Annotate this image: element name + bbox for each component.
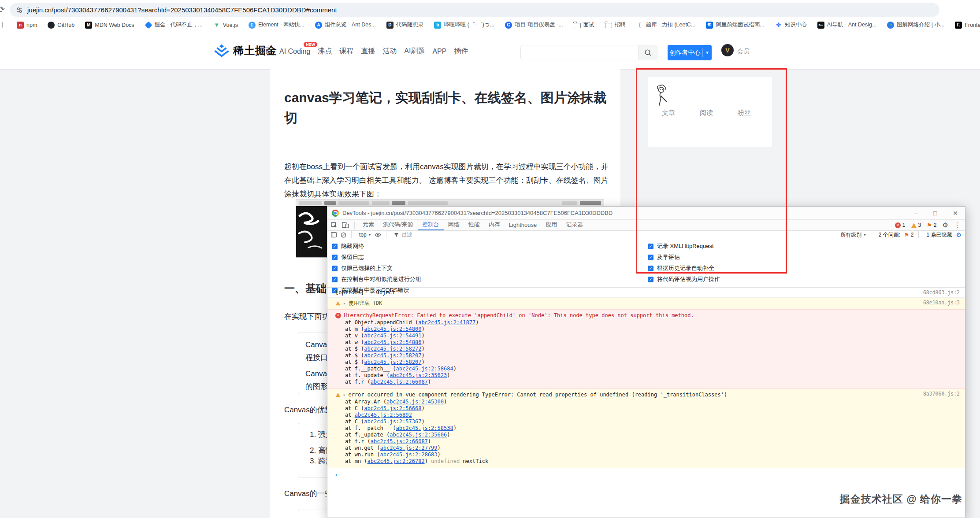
console-vue-warning-block[interactable]: ▸ error occurred in vue component render… [327, 389, 965, 468]
settings-checkbox[interactable]: ✓ 保留日志 [332, 253, 421, 261]
close-icon[interactable]: ✕ [953, 210, 958, 217]
source-link[interactable]: 8a37060.js:2 [923, 391, 960, 397]
source-link[interactable]: abc2c45.js:2:58207 [364, 352, 421, 359]
creator-center-button[interactable]: 创作者中心 ▾ [668, 45, 712, 60]
stat-label[interactable]: 粉丝 [738, 109, 751, 117]
nav-item[interactable]: 插件 [454, 47, 468, 56]
console-log-row[interactable]: [options] ▸ Object 68cd863.js:2 [327, 288, 965, 298]
kebab-menu-icon[interactable]: ⋮ [954, 221, 961, 229]
console-error-block[interactable]: ✕ HierarchyRequestError: Failed to execu… [327, 309, 965, 389]
avatar[interactable]: V [721, 44, 734, 56]
nav-item[interactable]: AI刷题 [404, 47, 425, 56]
console-warning-badge[interactable]: 3 [911, 222, 921, 228]
bookmark-item[interactable]: 掘金 - 代码不止，... [145, 21, 203, 29]
devtools-tab[interactable]: 应用 [541, 220, 561, 230]
reload-icon[interactable]: ⟳ [0, 4, 5, 15]
devtools-tab[interactable]: 性能 [464, 220, 484, 230]
bookmark-item[interactable]: ✤ 知识中心 [775, 21, 807, 29]
source-link[interactable]: 68cd863.js:2 [923, 289, 960, 296]
console-prompt[interactable]: › [327, 468, 965, 480]
expand-icon[interactable]: ▸ [343, 391, 345, 399]
source-link[interactable]: abc2c45.js:2:41877 [418, 319, 475, 326]
search-input[interactable] [521, 45, 638, 60]
member-link[interactable]: 会员 [737, 48, 750, 56]
console-settings-gear-icon[interactable]: ⚙ [956, 231, 961, 238]
console-warning-row[interactable]: ▸ 使用兜底 TDK 68e10aa.js:3 [327, 298, 965, 309]
settings-gear-icon[interactable]: ⚙ [943, 221, 948, 229]
source-link[interactable]: abc2c45.js:2:26782 [368, 458, 425, 464]
stat-label[interactable]: 文章 [662, 109, 675, 117]
source-link[interactable]: abc2c45.js:2:28683 [380, 451, 437, 458]
devtools-tab[interactable]: 网络 [444, 220, 464, 230]
nav-item[interactable]: 活动 [382, 47, 397, 56]
devtools-tab[interactable]: 元素 [358, 220, 379, 230]
live-expression-eye-icon[interactable] [375, 233, 381, 237]
nav-item[interactable]: 直播 [361, 47, 375, 56]
source-link[interactable]: abc2c45.js:2:35606 [390, 432, 447, 438]
devtools-tab[interactable]: 内存 [484, 220, 505, 230]
bookmark-item[interactable]: A 组件总览 - Ant Des... [315, 21, 376, 29]
bookmark-item[interactable]: M MDN Web Docs [85, 22, 134, 29]
settings-checkbox[interactable]: ✓ 及早评估 [648, 253, 720, 261]
nav-item[interactable]: 沸点 [318, 47, 332, 56]
bookmark-item[interactable]: Pro AI导航 - Ant Desig... [817, 21, 877, 29]
bookmark-item[interactable]: 面试 [574, 21, 594, 29]
context-selector[interactable]: top ▾ [359, 232, 371, 238]
issues-badge[interactable]: ⚑ 2 [927, 222, 936, 229]
bookmark-item[interactable]: E Element - 网站快... [249, 21, 304, 29]
search-button[interactable] [638, 45, 657, 60]
source-link[interactable]: 68e10aa.js:3 [923, 300, 960, 306]
bookmark-item[interactable]: ▼ Vue.js [213, 22, 238, 29]
source-link[interactable]: abc2c45.js:2:27799 [380, 445, 437, 451]
source-link[interactable]: abc2c45.js:2:66087 [371, 438, 428, 444]
bookmark-item[interactable]: F. Frontend Develop... [955, 22, 980, 29]
settings-checkbox[interactable]: ✓ 仅限已选择的上下文 [332, 264, 421, 272]
filter-input[interactable]: 过滤 [394, 231, 412, 239]
bookmark-item[interactable]: ⟨ 题库 - 力扣 (LeetC... [636, 21, 696, 29]
bookmark-item[interactable]: 招聘 [605, 21, 626, 29]
devtools-tab[interactable]: Lighthouse [505, 220, 542, 230]
bookmark-item[interactable]: 知 阿里前端面试指南... [706, 21, 764, 29]
source-link[interactable]: abc2c45.js:2:35623 [390, 372, 447, 378]
issues-chip[interactable]: ⚑ 2 [904, 232, 913, 238]
chevron-down-icon[interactable]: ▾ [703, 50, 712, 56]
device-toolbar-icon[interactable] [342, 222, 349, 228]
url-text[interactable]: juejin.cn/post/7303043776627900431?searc… [27, 6, 337, 14]
expand-icon[interactable]: ▸ [371, 290, 373, 295]
nav-item[interactable]: 课程 [339, 47, 353, 56]
inspect-icon[interactable] [331, 222, 338, 229]
source-link[interactable]: abc2c45.js:2:56668 [364, 405, 421, 411]
source-link[interactable]: abc2c45.js:2:54886 [364, 339, 421, 345]
devtools-tab[interactable]: 控制台 [418, 220, 444, 230]
log-level-selector[interactable]: 所有级别 ▾ [840, 231, 866, 239]
clear-console-icon[interactable] [341, 232, 346, 238]
settings-checkbox[interactable]: ✓ 隐藏网络 [332, 242, 421, 250]
bookmark-item[interactable]: ◔ 图解网络介绍 | 小... [887, 21, 944, 29]
bookmark-item[interactable]: D 代码随想录 [386, 21, 424, 29]
devtools-tab[interactable]: 源代码/来源 [379, 220, 418, 230]
address-bar[interactable]: juejin.cn/post/7303043776627900431?searc… [10, 3, 939, 17]
settings-checkbox[interactable]: ✓ 将代码评估视为用户操作 [648, 275, 720, 283]
nav-item[interactable]: APP [432, 48, 446, 56]
console-sidebar-icon[interactable] [331, 232, 337, 237]
apps-icon[interactable] [2, 22, 3, 28]
settings-checkbox[interactable]: ✓ 在控制台中对相似消息进行分组 [332, 275, 421, 283]
source-link[interactable]: abc2c45.js:2:54800 [364, 326, 421, 332]
stat-label[interactable]: 阅读 [700, 109, 713, 117]
minimize-icon[interactable]: – [914, 210, 917, 217]
source-link[interactable]: abc2c45.js:2:58684 [396, 366, 453, 372]
source-link[interactable]: abc2c45.js:2:45300 [386, 399, 444, 405]
expand-icon[interactable]: ▸ [343, 301, 345, 306]
maximize-icon[interactable]: □ [933, 210, 937, 217]
source-link[interactable]: abc2c45.js:2:58272 [364, 346, 421, 352]
source-link[interactable]: abc2c45.js:2:58538 [396, 425, 453, 431]
bookmark-item[interactable]: n npm [17, 22, 37, 29]
source-link[interactable]: abc2c45.js:2:57367 [364, 418, 421, 425]
settings-checkbox[interactable]: ✓ 根据历史记录自动补全 [648, 264, 720, 272]
settings-checkbox[interactable]: ✓ 记录 XMLHttpRequest [648, 242, 720, 250]
devtools-tab[interactable]: 记录器 [561, 220, 587, 230]
site-settings-icon[interactable] [16, 7, 23, 14]
source-link[interactable]: abc2c45.js:2:54491 [364, 333, 421, 339]
nav-item[interactable]: AI Coding NEW [279, 48, 310, 56]
bookmark-item[interactable]: G 项目-项目仪表盘 -... [505, 21, 563, 29]
